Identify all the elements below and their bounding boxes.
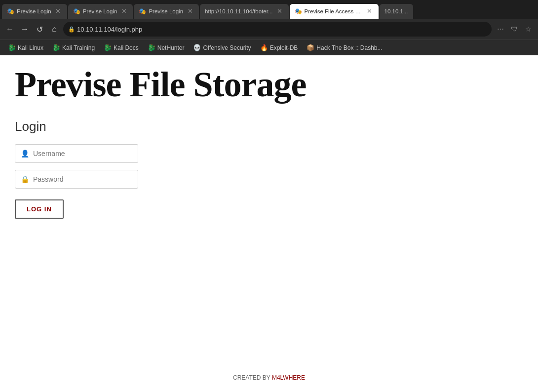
username-input[interactable] [15,144,138,163]
browser-chrome: 🎭 Previse Login ✕ 🎭 Previse Login ✕ 🎭 Pr… [0,0,538,55]
forward-button[interactable]: → [19,25,31,34]
bookmarks-bar: 🐉 Kali Linux 🐉 Kali Training 🐉 Kali Docs… [0,39,538,55]
bookmark-hackthebox[interactable]: 📦 Hack The Box :: Dashb... [303,42,386,53]
tab-3[interactable]: 🎭 Previse Login ✕ [134,4,199,19]
username-input-group: 👤 [15,144,523,163]
footer-text: CREATED BY [233,374,272,381]
bookmark-nethunter-label: NetHunter [157,44,185,51]
tab-1-close[interactable]: ✕ [54,7,62,15]
kali-linux-favicon: 🐉 [8,44,16,51]
more-options-icon[interactable]: ⋯ [495,25,506,33]
login-button[interactable]: LOG IN [15,199,64,219]
address-input[interactable] [63,22,492,37]
password-input-group: 🔒 [15,170,523,189]
bookmark-star-icon[interactable]: ☆ [522,25,534,33]
tab-1-favicon: 🎭 [7,8,14,15]
login-heading: Login [15,119,523,134]
address-input-wrap: 🔒 [63,22,492,37]
tab-5[interactable]: 🎭 Previse File Access Lo... ✕ [290,4,379,19]
tab-1-title: Previse Login [17,8,51,14]
bookmark-offensive-security[interactable]: 💀 Offensive Security [189,42,255,53]
lock-icon: 🔒 [68,26,75,33]
kali-docs-favicon: 🐉 [104,44,112,51]
tab-4-title: http://10.10.11.104/footer... [205,8,272,14]
nethunter-favicon: 🐉 [148,44,155,51]
bookmark-hackthebox-label: Hack The Box :: Dashb... [316,44,382,51]
home-button[interactable]: ⌂ [48,25,60,34]
page-footer: CREATED BY M4LWHERE [0,374,538,381]
bookmark-exploit-db[interactable]: 🔥 Exploit-DB [256,42,302,53]
hackthebox-favicon: 📦 [307,44,314,51]
tab-5-favicon: 🎭 [295,8,302,15]
bookmark-kali-training-label: Kali Training [62,44,95,51]
refresh-button[interactable]: ↺ [34,25,45,34]
tab-4-close[interactable]: ✕ [276,7,284,15]
bookmark-nethunter[interactable]: 🐉 NetHunter [144,42,189,53]
bookmark-offensive-security-label: Offensive Security [203,44,251,51]
tab-3-favicon: 🎭 [139,8,146,15]
bookmark-kali-training[interactable]: 🐉 Kali Training [48,42,99,53]
tab-1[interactable]: 🎭 Previse Login ✕ [2,4,67,19]
page-header: Previse File Storage [0,55,538,109]
exploit-db-favicon: 🔥 [260,44,268,51]
bookmark-exploit-db-label: Exploit-DB [270,44,298,51]
tab-6[interactable]: 10.10.1... [380,4,413,19]
offensive-security-favicon: 💀 [193,44,201,51]
bookmark-kali-linux[interactable]: 🐉 Kali Linux [4,42,47,53]
login-section: Login 👤 🔒 LOG IN [0,109,538,229]
tab-3-close[interactable]: ✕ [186,7,194,15]
address-bar: ← → ↺ ⌂ 🔒 ⋯ 🛡 ☆ [0,19,538,39]
tab-2-favicon: 🎭 [73,8,80,15]
page-content: Previse File Storage Login 👤 🔒 LOG IN CR… [0,55,538,391]
tab-4[interactable]: http://10.10.11.104/footer... ✕ [200,4,288,19]
lock-input-icon: 🔒 [21,175,29,183]
address-right-icons: ⋯ 🛡 ☆ [495,25,534,33]
shield-icon[interactable]: 🛡 [508,25,520,33]
tab-2[interactable]: 🎭 Previse Login ✕ [68,4,133,19]
footer-link[interactable]: M4LWHERE [272,374,305,381]
tab-bar: 🎭 Previse Login ✕ 🎭 Previse Login ✕ 🎭 Pr… [0,0,538,19]
password-input[interactable] [15,170,138,189]
tab-6-title: 10.10.1... [384,8,408,14]
bookmark-kali-docs-label: Kali Docs [114,44,139,51]
tab-5-title: Previse File Access Lo... [305,8,363,14]
bookmark-kali-linux-label: Kali Linux [18,44,43,51]
tab-5-close[interactable]: ✕ [366,7,374,15]
tab-2-title: Previse Login [83,8,117,14]
bookmark-kali-docs[interactable]: 🐉 Kali Docs [100,42,143,53]
user-icon: 👤 [21,150,29,157]
tab-3-title: Previse Login [149,8,183,14]
page-title: Previse File Storage [15,65,523,104]
back-button[interactable]: ← [4,25,16,34]
tab-2-close[interactable]: ✕ [120,7,128,15]
kali-training-favicon: 🐉 [52,44,60,51]
